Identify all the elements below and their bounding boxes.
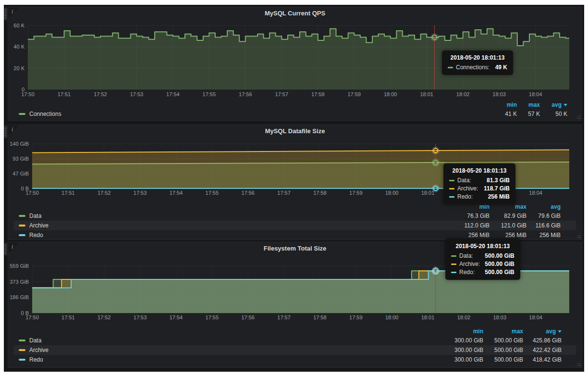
panel-resize-handle[interactable] (576, 233, 581, 239)
series-color-swatch-icon[interactable] (19, 349, 25, 351)
legend-sort-min[interactable]: min (438, 328, 483, 335)
panel-legend: minmaxavgData300.00 GiB500.00 GiB425.86 … (14, 327, 576, 364)
y-axis-tick: 186 GiB (10, 294, 29, 300)
x-axis-tick: 17:55 (203, 91, 216, 97)
x-axis-tick: 17:51 (61, 314, 75, 320)
legend-row: Redo300.00 GiB500.00 GiB418.42 GiB (14, 355, 576, 364)
tooltip-series-value: 500.00 GiB (485, 261, 514, 267)
legend-stat-value: 76.3 GiB (446, 213, 490, 219)
legend-sort-avg[interactable]: avg (523, 328, 562, 335)
series-color-dash-icon (449, 188, 454, 189)
legend-series-label[interactable]: Archive (29, 222, 49, 229)
x-axis-tick: 17:52 (98, 314, 111, 320)
series-color-swatch-icon[interactable] (19, 215, 25, 217)
x-axis-tick: 18:00 (385, 190, 399, 196)
legend-sort-max[interactable]: max (490, 203, 527, 210)
series-color-swatch-icon[interactable] (19, 225, 25, 226)
x-axis-tick: 17:50 (25, 190, 39, 196)
tooltip-timestamp: 2018-05-20 18:01:13 (451, 243, 514, 250)
tooltip-timestamp: 2018-05-20 18:01:13 (449, 167, 510, 174)
tooltip-series-value: 118.7 GiB (484, 185, 510, 192)
legend-stat-value: 256 MiB (446, 232, 490, 239)
legend-row: Data300.00 GiB500.00 GiB425.86 GiB (14, 336, 576, 345)
legend-stat-value: 300.00 GiB (438, 347, 483, 353)
legend-sort-avg[interactable]: avg (527, 203, 561, 210)
x-axis-tick: 18:03 (492, 91, 506, 97)
panel-legend: minmaxavgData76.3 GiB82.9 GiB79.6 GiBArc… (14, 202, 576, 240)
legend-stats-header: minmaxavg (14, 101, 576, 109)
panel-legend: minmaxavgConnections41 K57 K50 K (14, 101, 576, 118)
tooltip-series-row: Redo:500.00 GiB (451, 269, 514, 276)
x-axis-tick: 17:56 (239, 91, 252, 97)
tooltip-series-value: 256 MiB (488, 193, 510, 200)
legend-sort-min[interactable]: min (446, 203, 490, 210)
y-axis-tick: 93 GiB (12, 156, 29, 162)
tooltip-series-row: Connections:49 K (448, 64, 507, 71)
series-color-swatch-icon[interactable] (19, 339, 25, 341)
series-color-dash-icon (449, 196, 454, 198)
x-axis-tick: 18:02 (457, 314, 471, 320)
x-axis-tick: 17:55 (206, 314, 219, 320)
legend-series-label[interactable]: Data (29, 337, 41, 344)
legend-row: Redo256 MiB256 MiB256 MiB (14, 230, 576, 240)
panel-resize-handle[interactable] (576, 114, 581, 119)
panel-resize-handle[interactable] (576, 361, 581, 366)
legend-row: Data76.3 GiB82.9 GiB79.6 GiB (14, 211, 576, 221)
x-axis-tick: 17:58 (311, 91, 325, 97)
tooltip-series-row: Data:81.3 GiB (449, 177, 510, 184)
x-axis-tick: 17:53 (130, 91, 144, 97)
y-axis-tick: 47 GiB (12, 171, 29, 176)
tooltip-series-row: Redo:256 MiB (449, 193, 510, 200)
legend-series-label[interactable]: Archive (29, 347, 49, 353)
legend-series-label[interactable]: Connections (29, 111, 61, 117)
x-axis-tick: 17:59 (347, 91, 361, 97)
tooltip-series-label: Archive: (459, 261, 480, 267)
x-axis-tick: 17:54 (166, 91, 180, 97)
legend-stat-value: 500.00 GiB (483, 356, 523, 363)
x-axis-tick: 17:57 (277, 190, 291, 196)
legend-row: Connections41 K57 K50 K (14, 109, 576, 118)
tooltip-series-value: 81.3 GiB (487, 177, 510, 184)
x-axis-tick: 17:55 (206, 190, 219, 196)
series-color-dash-icon (448, 67, 453, 68)
x-axis-tick: 17:57 (277, 314, 291, 320)
legend-sort-min[interactable]: min (494, 101, 517, 108)
tooltip-timestamp: 2018-05-20 18:01:13 (448, 54, 507, 61)
x-axis-tick: 17:56 (241, 314, 255, 320)
dashboard-page: i MySQL Current QPS 020 K40 K60 K17:5017… (0, 0, 588, 377)
legend-stat-value: 57 K (517, 111, 540, 117)
x-axis-tick: 18:00 (384, 91, 397, 97)
legend-stats-header: minmaxavg (14, 327, 576, 336)
legend-series-label[interactable]: Data (29, 213, 41, 219)
y-axis-tick: 60 K (13, 23, 24, 28)
series-color-dash-icon (451, 264, 456, 265)
x-axis-tick: 18:01 (421, 190, 435, 196)
sort-caret-icon (564, 104, 567, 106)
x-axis-tick: 17:57 (275, 91, 289, 97)
series-color-swatch-icon[interactable] (19, 113, 25, 115)
series-color-swatch-icon[interactable] (19, 234, 25, 236)
y-axis-tick: 40 K (13, 44, 24, 50)
y-axis-tick: 559 GiB (10, 263, 29, 269)
tooltip-series-label: Data: (459, 252, 473, 259)
x-axis-tick: 17:51 (61, 190, 75, 196)
row-drag-handle[interactable] (4, 126, 7, 138)
tooltip-series-label: Redo: (457, 193, 473, 200)
row-drag-handle[interactable] (4, 243, 7, 255)
legend-sort-avg[interactable]: avg (540, 101, 567, 108)
x-axis-tick: 17:52 (98, 190, 111, 196)
legend-stat-value: 256 MiB (527, 232, 561, 239)
legend-series-label[interactable]: Redo (29, 232, 43, 239)
legend-sort-max[interactable]: max (483, 328, 523, 335)
row-drag-handle[interactable] (4, 8, 7, 20)
x-axis-tick: 17:50 (25, 314, 39, 320)
legend-stat-value: 422.42 GiB (523, 347, 562, 353)
legend-stat-value: 500.00 GiB (483, 337, 523, 344)
legend-series-label[interactable]: Redo (29, 356, 43, 363)
y-axis-tick: 373 GiB (10, 279, 29, 285)
legend-sort-max[interactable]: max (517, 101, 540, 108)
series-color-swatch-icon[interactable] (19, 359, 25, 361)
x-axis-tick: 17:59 (349, 314, 363, 320)
legend-stat-value: 116.6 GiB (527, 222, 561, 229)
legend-stat-value: 121.0 GiB (490, 222, 527, 229)
